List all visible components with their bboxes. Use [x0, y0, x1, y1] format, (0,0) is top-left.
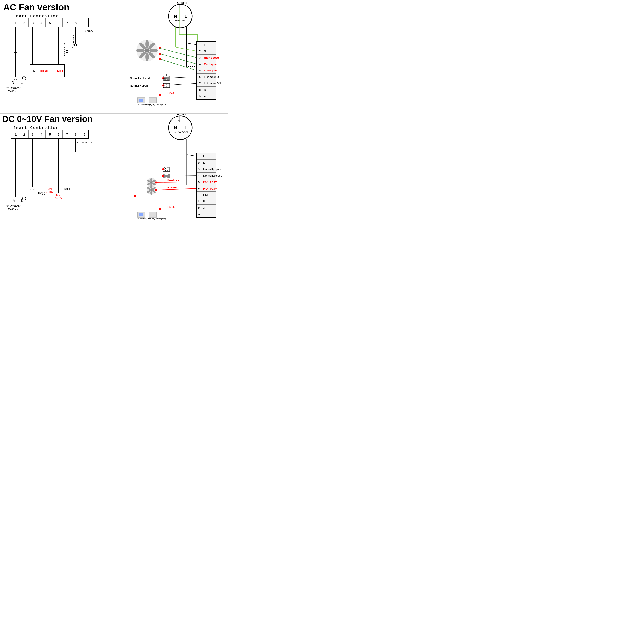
svg-text:A: A — [204, 95, 206, 98]
svg-line-216 — [176, 163, 196, 163]
svg-text:A: A — [91, 141, 92, 144]
svg-text:1: 1 — [199, 43, 201, 46]
svg-text:L: L — [185, 14, 187, 18]
svg-line-103 — [160, 48, 196, 58]
svg-text:Normally open: Normally open — [203, 168, 221, 171]
svg-text:A: A — [91, 30, 93, 32]
svg-text:L: L — [203, 155, 205, 158]
svg-text:NC(L): NC(L) — [38, 192, 45, 195]
svg-text:1: 1 — [15, 133, 17, 137]
svg-text:3: 3 — [198, 168, 200, 171]
dc-left-diagram: DC 0~10V Fan version Smart Controller 1 … — [0, 112, 107, 223]
svg-text:3: 3 — [32, 133, 34, 137]
svg-text:95~240VAC: 95~240VAC — [6, 87, 21, 90]
svg-text:Smart  Controller: Smart Controller — [13, 126, 59, 130]
svg-text:2: 2 — [198, 161, 200, 164]
svg-text:L-damper ON: L-damper ON — [204, 82, 221, 85]
svg-text:4: 4 — [40, 133, 43, 137]
svg-text:Ground: Ground — [177, 1, 187, 5]
svg-text:6: 6 — [199, 75, 201, 79]
svg-text:95~240VAC: 95~240VAC — [173, 131, 188, 134]
svg-text:9: 9 — [83, 133, 85, 137]
svg-text:Low speed: Low speed — [204, 69, 218, 72]
svg-text:Fresh air: Fresh air — [167, 179, 179, 182]
svg-text:RS485: RS485 — [80, 141, 87, 144]
svg-text:5: 5 — [198, 181, 200, 184]
svg-text:FAN: FAN — [47, 188, 52, 191]
svg-line-105 — [160, 54, 196, 64]
svg-point-93 — [145, 48, 149, 53]
svg-text:Industry Switch(1pc): Industry Switch(1pc) — [148, 218, 166, 220]
svg-text:FAN 0-10V: FAN 0-10V — [203, 181, 217, 184]
svg-point-96 — [149, 49, 158, 52]
svg-text:Smart  Controller: Smart Controller — [13, 14, 59, 18]
svg-text:B: B — [203, 200, 205, 203]
svg-point-94 — [145, 40, 149, 48]
svg-point-43 — [74, 44, 77, 46]
svg-text:9: 9 — [83, 21, 85, 25]
svg-text:Normally closed: Normally closed — [130, 77, 150, 80]
svg-rect-259 — [149, 212, 157, 217]
svg-line-90 — [186, 43, 196, 45]
svg-text:4: 4 — [198, 174, 200, 177]
svg-text:7: 7 — [66, 21, 68, 25]
svg-text:0~10V: 0~10V — [55, 197, 62, 200]
svg-text:95~240VAC: 95~240VAC — [173, 19, 188, 22]
svg-text:8: 8 — [75, 21, 77, 25]
svg-rect-257 — [139, 213, 143, 216]
svg-text:9: 9 — [198, 206, 200, 210]
svg-text:1: 1 — [15, 21, 17, 25]
svg-text:AC Fan version: AC Fan version — [3, 2, 69, 12]
svg-text:N: N — [204, 50, 206, 53]
svg-point-175 — [169, 116, 192, 140]
svg-text:7: 7 — [66, 133, 68, 137]
svg-text:L: L — [204, 43, 205, 46]
svg-line-238 — [156, 182, 196, 182]
svg-text:L(damper off): L(damper off) — [63, 42, 66, 56]
svg-text:L: L — [20, 81, 23, 85]
svg-text:6: 6 — [198, 187, 200, 190]
svg-text:RS485: RS485 — [84, 30, 91, 32]
svg-text:HIGH: HIGH — [40, 69, 48, 73]
svg-text:NO(L): NO(L) — [30, 188, 37, 191]
svg-rect-126 — [139, 99, 143, 102]
svg-text:Normally open: Normally open — [130, 84, 148, 87]
svg-text:N: N — [174, 14, 177, 18]
svg-point-42 — [66, 50, 68, 53]
svg-point-44 — [14, 77, 17, 80]
ac-left-diagram: AC Fan version Smart Controller 1 2 3 4 … — [0, 0, 107, 112]
svg-text:Normallyclosed: Normallyclosed — [203, 174, 222, 177]
svg-text:3: 3 — [32, 21, 34, 25]
svg-text:6: 6 — [58, 133, 60, 137]
svg-point-245 — [150, 191, 152, 195]
svg-text:N: N — [33, 70, 35, 73]
svg-text:2: 2 — [23, 133, 25, 137]
svg-text:5: 5 — [199, 69, 201, 72]
divider — [0, 113, 228, 114]
svg-point-98 — [145, 53, 149, 61]
svg-line-107 — [160, 59, 196, 70]
page: AC Fan version Smart Controller 1 2 3 4 … — [0, 0, 228, 228]
svg-point-165 — [22, 197, 26, 200]
svg-text:DC 0~10V Fan version: DC 0~10V Fan version — [2, 114, 93, 124]
svg-text:7: 7 — [198, 193, 200, 197]
svg-text:L: L — [185, 125, 187, 130]
svg-text:N: N — [12, 81, 14, 85]
svg-text:N: N — [203, 161, 205, 164]
svg-point-25 — [14, 52, 17, 54]
svg-text:L(damper on): L(damper on) — [72, 35, 74, 49]
svg-text:GND: GND — [203, 193, 209, 197]
svg-text:6: 6 — [58, 21, 60, 25]
svg-text:5: 5 — [49, 133, 51, 137]
ac-right-diagram: Ground N L 95~240VAC 1 2 3 — [114, 0, 225, 114]
svg-point-46 — [169, 4, 192, 28]
svg-text:GND: GND — [64, 188, 70, 191]
svg-text:5: 5 — [49, 21, 51, 25]
svg-text:RS485: RS485 — [167, 205, 175, 208]
svg-text:0~10V: 0~10V — [46, 190, 53, 193]
svg-text:9: 9 — [199, 95, 201, 98]
svg-text:L-damper OFF: L-damper OFF — [204, 75, 222, 79]
svg-text:50/60Hz: 50/60Hz — [8, 208, 18, 211]
svg-text:8: 8 — [199, 88, 201, 91]
svg-text:2: 2 — [199, 50, 201, 53]
